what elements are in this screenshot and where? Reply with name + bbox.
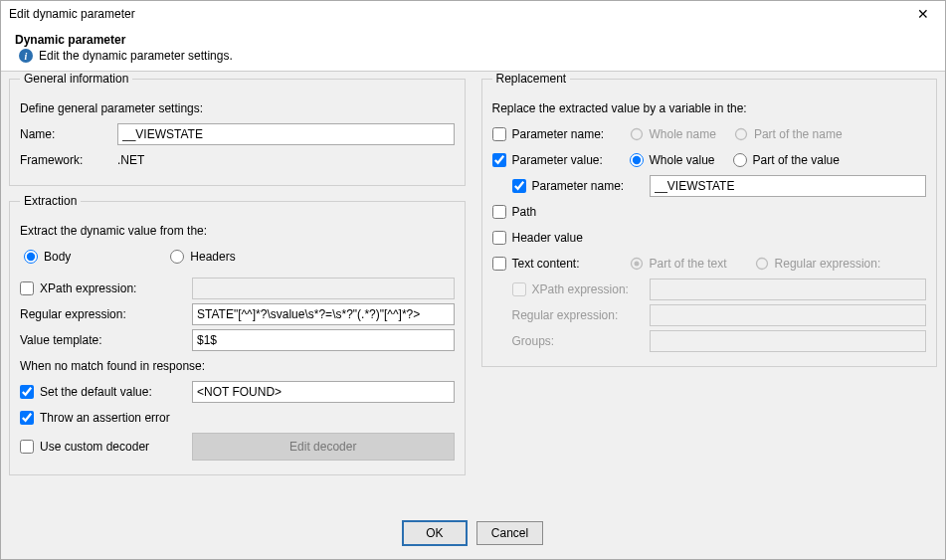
titlebar: Edit dynamic parameter ✕ — [1, 1, 945, 27]
text-xpath-checkbox-input — [512, 282, 526, 296]
extraction-intro: Extract the dynamic value from the: — [20, 224, 207, 238]
text-regex-input — [650, 304, 927, 326]
extraction-fieldset: Extraction Extract the dynamic value fro… — [9, 194, 466, 475]
assert-checkbox[interactable]: Throw an assertion error — [20, 411, 170, 425]
svg-point-3 — [634, 262, 639, 267]
body-radio-label: Body — [44, 250, 71, 264]
text-regex-label: Regular expression: — [512, 308, 642, 322]
pvalue-part-radio-input[interactable] — [733, 153, 747, 167]
info-icon: i — [19, 49, 33, 63]
text-groups-label: Groups: — [512, 334, 642, 348]
text-checkbox-input[interactable] — [492, 257, 506, 271]
general-legend: General information — [20, 72, 132, 86]
xpath-checkbox-input[interactable] — [20, 281, 34, 295]
pvalue-pname-checkbox-input[interactable] — [512, 179, 526, 193]
header-checkbox[interactable]: Header value — [492, 231, 583, 245]
svg-point-4 — [756, 259, 767, 270]
edit-decoder-button: Edit decoder — [192, 433, 455, 461]
left-column: General information Define general param… — [1, 72, 473, 509]
pname-label: Parameter name: — [512, 127, 605, 141]
replacement-fieldset: Replacement Replace the extracted value … — [481, 72, 938, 367]
framework-value: .NET — [117, 153, 144, 167]
radio-disabled-icon — [630, 257, 644, 271]
regex-label: Regular expression: — [20, 307, 184, 321]
name-label: Name: — [20, 127, 109, 141]
body-radio[interactable]: Body — [24, 250, 71, 264]
text-xpath-chk: XPath expression: — [512, 282, 642, 296]
headers-radio-input[interactable] — [170, 250, 184, 264]
header-label: Header value — [512, 231, 583, 245]
cancel-button[interactable]: Cancel — [476, 521, 543, 545]
pname-whole-radio: Whole name — [630, 127, 716, 141]
svg-point-0 — [631, 129, 642, 140]
pname-checkbox-input[interactable] — [492, 127, 506, 141]
svg-point-1 — [735, 129, 746, 140]
path-label: Path — [512, 205, 537, 219]
text-xpath-input — [650, 279, 927, 300]
header-title: Dynamic parameter — [15, 33, 931, 47]
pvalue-whole-radio[interactable]: Whole value — [630, 153, 715, 167]
replacement-intro: Replace the extracted value by a variabl… — [492, 101, 747, 115]
radio-disabled-icon — [734, 127, 748, 141]
right-column: Replacement Replace the extracted value … — [473, 72, 946, 509]
ok-button[interactable]: OK — [403, 521, 467, 545]
extraction-legend: Extraction — [20, 194, 81, 208]
text-partof-radio: Part of the text — [630, 257, 727, 271]
assert-checkbox-input[interactable] — [20, 411, 34, 425]
pvalue-whole-radio-input[interactable] — [630, 153, 644, 167]
xpath-input — [192, 278, 455, 299]
body-radio-input[interactable] — [24, 250, 38, 264]
default-checkbox[interactable]: Set the default value: — [20, 385, 184, 399]
text-partof-label: Part of the text — [650, 257, 727, 271]
default-checkbox-input[interactable] — [20, 385, 34, 399]
pvalue-checkbox-input[interactable] — [492, 153, 506, 167]
path-checkbox-input[interactable] — [492, 205, 506, 219]
content-area: General information Define general param… — [1, 72, 945, 509]
nomatch-label: When no match found in response: — [20, 359, 205, 373]
header-checkbox-input[interactable] — [492, 231, 506, 245]
pvalue-part-radio[interactable]: Part of the value — [733, 153, 840, 167]
pvalue-pname-input[interactable] — [650, 175, 927, 197]
pvalue-label: Parameter value: — [512, 153, 603, 167]
framework-label: Framework: — [20, 153, 109, 167]
window-title: Edit dynamic parameter — [9, 7, 135, 21]
xpath-checkbox[interactable]: XPath expression: — [20, 281, 184, 295]
radio-disabled-icon — [755, 257, 769, 271]
pvalue-checkbox[interactable]: Parameter value: — [492, 153, 622, 167]
pvalue-pname-checkbox[interactable]: Parameter name: — [512, 179, 642, 193]
path-checkbox[interactable]: Path — [492, 205, 537, 219]
valtpl-input[interactable] — [192, 329, 455, 351]
pname-part-label: Part of the name — [754, 127, 843, 141]
xpath-label: XPath expression: — [40, 281, 136, 295]
decoder-checkbox[interactable]: Use custom decoder — [20, 440, 184, 454]
general-fieldset: General information Define general param… — [9, 72, 466, 186]
dialog-header: Dynamic parameter i Edit the dynamic par… — [1, 27, 945, 72]
pname-part-radio: Part of the name — [734, 127, 843, 141]
dialog-footer: OK Cancel — [1, 509, 945, 559]
headers-radio-label: Headers — [190, 250, 235, 264]
general-intro: Define general parameter settings: — [20, 101, 203, 115]
header-subtitle: Edit the dynamic parameter settings. — [39, 49, 233, 63]
regex-input[interactable] — [192, 303, 455, 325]
default-label: Set the default value: — [40, 385, 152, 399]
pname-whole-label: Whole name — [650, 127, 716, 141]
text-xpath-label: XPath expression: — [532, 282, 629, 296]
pvalue-pname-label: Parameter name: — [532, 179, 625, 193]
pvalue-whole-label: Whole value — [650, 153, 715, 167]
text-checkbox[interactable]: Text content: — [492, 257, 622, 271]
close-icon[interactable]: ✕ — [911, 7, 935, 21]
decoder-checkbox-input[interactable] — [20, 440, 34, 454]
valtpl-label: Value template: — [20, 333, 184, 347]
default-input[interactable] — [192, 381, 455, 403]
text-label: Text content: — [512, 257, 580, 271]
decoder-label: Use custom decoder — [40, 440, 149, 454]
text-regex-radio-label: Regular expression: — [775, 257, 881, 271]
text-regex-radio: Regular expression: — [755, 257, 881, 271]
dialog-window: Edit dynamic parameter ✕ Dynamic paramet… — [0, 0, 946, 560]
pname-checkbox[interactable]: Parameter name: — [492, 127, 622, 141]
name-input[interactable] — [117, 123, 455, 145]
replacement-legend: Replacement — [492, 72, 571, 86]
pvalue-part-label: Part of the value — [753, 153, 840, 167]
radio-disabled-icon — [630, 127, 644, 141]
headers-radio[interactable]: Headers — [170, 250, 235, 264]
